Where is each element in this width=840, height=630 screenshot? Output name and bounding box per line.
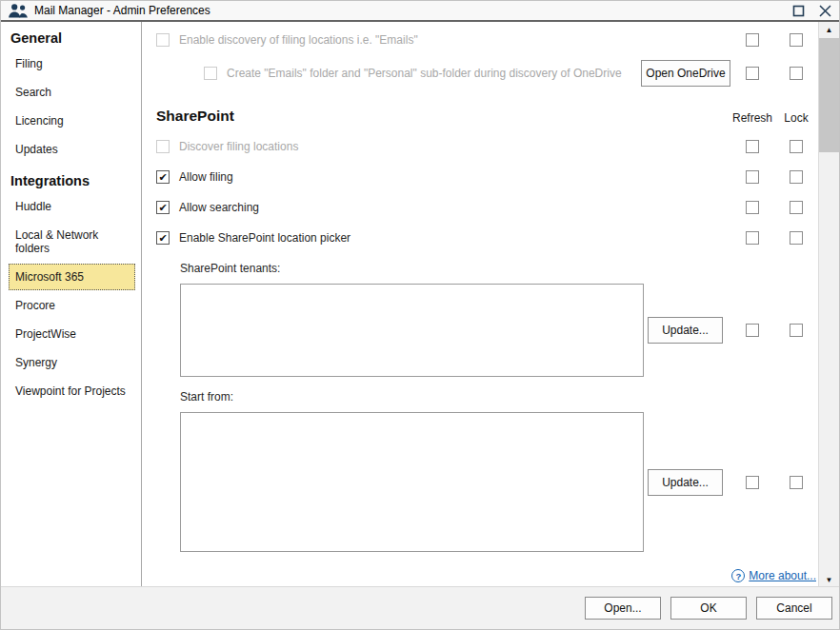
allow-filing-refresh-checkbox[interactable]	[746, 170, 759, 184]
enable-discovery-label: Enable discovery of filing locations i.e…	[179, 33, 418, 47]
allow-filing-lock-checkbox[interactable]	[790, 170, 803, 184]
sidebar-item-search[interactable]: Search	[9, 79, 135, 106]
settings-panel: Enable discovery of filing locations i.e…	[142, 22, 820, 588]
cancel-button[interactable]: Cancel	[756, 597, 832, 620]
sidebar-heading-integrations: Integrations	[1, 170, 141, 191]
tenants-update-button[interactable]: Update...	[648, 317, 723, 344]
allow-searching-checkbox[interactable]	[156, 201, 170, 214]
allow-searching-label: Allow searching	[179, 201, 259, 214]
sidebar: General Filing Search Licencing Updates …	[1, 22, 142, 588]
admin-preferences-dialog: Mail Manager - Admin Preferences General…	[0, 0, 840, 630]
tenants-label-row: SharePoint tenants:	[142, 262, 820, 275]
start-from-update-button[interactable]: Update...	[648, 469, 723, 496]
location-picker-label: Enable SharePoint location picker	[179, 231, 350, 245]
row-enable-discovery: Enable discovery of filing locations i.e…	[142, 33, 820, 47]
scrollbar-thumb[interactable]	[819, 38, 839, 152]
discover-refresh-checkbox[interactable]	[746, 140, 759, 153]
sidebar-item-projectwise[interactable]: ProjectWise	[9, 321, 135, 347]
discover-filing-locations-label: Discover filing locations	[179, 140, 298, 153]
row-create-emails-folder: Create "Emails" folder and "Personal" su…	[142, 60, 820, 87]
start-from-listbox[interactable]	[180, 412, 644, 552]
lock-column-header: Lock	[784, 111, 808, 125]
row-allow-searching: Allow searching	[142, 201, 820, 214]
scroll-up-arrow-icon[interactable]: ▲	[819, 22, 839, 38]
open-onedrive-button[interactable]: Open OneDrive	[641, 60, 730, 87]
help-icon: ?	[731, 569, 745, 582]
sharepoint-header-row: SharePoint Refresh Lock	[142, 108, 820, 125]
window-title: Mail Manager - Admin Preferences	[34, 4, 210, 17]
ok-button[interactable]: OK	[670, 597, 747, 620]
people-icon	[9, 4, 28, 18]
allow-filing-label: Allow filing	[179, 170, 233, 184]
sidebar-item-updates[interactable]: Updates	[9, 136, 135, 163]
maximize-button[interactable]	[790, 2, 807, 19]
start-from-label: Start from:	[180, 390, 233, 404]
sharepoint-tenants-listbox[interactable]	[180, 284, 644, 377]
sidebar-item-licencing[interactable]: Licencing	[9, 108, 135, 134]
close-button[interactable]	[816, 2, 833, 19]
location-picker-lock-checkbox[interactable]	[790, 231, 803, 245]
sidebar-item-microsoft-365[interactable]: Microsoft 365	[9, 264, 135, 290]
more-about-row: ? More about...	[142, 569, 820, 582]
refresh-column-header: Refresh	[732, 111, 772, 125]
allow-filing-checkbox[interactable]	[156, 170, 170, 184]
more-about-link[interactable]: More about...	[749, 569, 816, 582]
sharepoint-heading: SharePoint	[156, 108, 234, 125]
row-allow-filing: Allow filing	[142, 170, 820, 184]
row-location-picker: Enable SharePoint location picker	[142, 231, 820, 245]
vertical-scrollbar[interactable]: ▲ ▼	[818, 22, 839, 588]
start-from-refresh-checkbox[interactable]	[746, 476, 759, 489]
create-emails-folder-checkbox[interactable]	[204, 67, 217, 80]
enable-discovery-lock-checkbox[interactable]	[790, 33, 803, 47]
start-from-row: Update...	[142, 412, 820, 552]
discover-filing-locations-checkbox[interactable]	[156, 140, 170, 153]
allow-searching-lock-checkbox[interactable]	[790, 201, 803, 214]
sidebar-item-procore[interactable]: Procore	[9, 292, 135, 319]
tenants-lock-checkbox[interactable]	[790, 324, 803, 337]
titlebar: Mail Manager - Admin Preferences	[1, 1, 840, 22]
sidebar-item-huddle[interactable]: Huddle	[9, 193, 135, 220]
create-emails-refresh-checkbox[interactable]	[746, 67, 759, 80]
sidebar-item-local-network-folders[interactable]: Local & Network folders	[9, 222, 135, 262]
enable-discovery-refresh-checkbox[interactable]	[746, 33, 759, 47]
tenants-refresh-checkbox[interactable]	[746, 324, 759, 337]
tenants-row: Update...	[142, 284, 820, 377]
sidebar-item-synergy[interactable]: Synergy	[9, 349, 135, 376]
start-from-label-row: Start from:	[142, 390, 820, 404]
location-picker-refresh-checkbox[interactable]	[746, 231, 759, 245]
create-emails-folder-label: Create "Emails" folder and "Personal" su…	[227, 67, 622, 80]
sidebar-item-viewpoint-for-projects[interactable]: Viewpoint for Projects	[9, 378, 135, 404]
allow-searching-refresh-checkbox[interactable]	[746, 201, 759, 214]
discover-lock-checkbox[interactable]	[790, 140, 803, 153]
sidebar-item-filing[interactable]: Filing	[9, 50, 135, 77]
row-discover-filing-locations: Discover filing locations	[142, 140, 820, 153]
create-emails-lock-checkbox[interactable]	[790, 67, 803, 80]
sidebar-heading-general: General	[1, 28, 141, 49]
open-button[interactable]: Open...	[585, 597, 661, 620]
location-picker-checkbox[interactable]	[156, 231, 170, 245]
dialog-footer: Open... OK Cancel	[1, 586, 840, 629]
sharepoint-tenants-label: SharePoint tenants:	[180, 262, 280, 275]
enable-discovery-checkbox[interactable]	[156, 33, 170, 47]
start-from-lock-checkbox[interactable]	[790, 476, 803, 489]
